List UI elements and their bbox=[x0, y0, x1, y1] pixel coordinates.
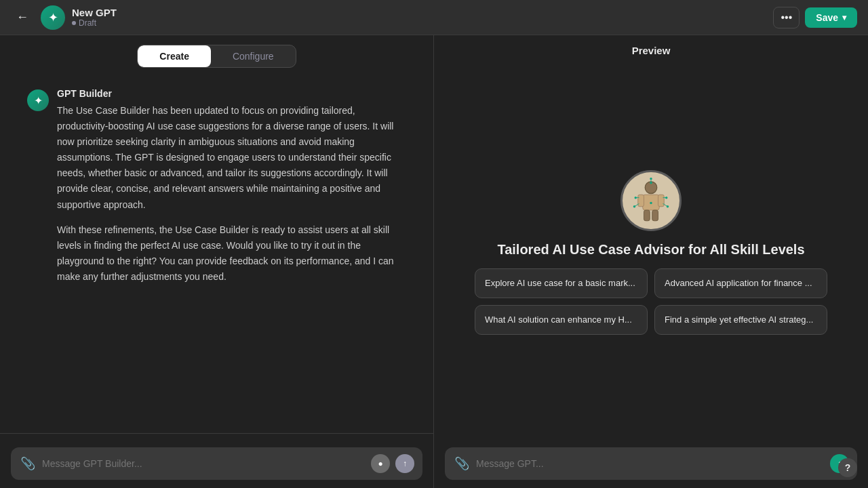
voice-button[interactable]: ● bbox=[371, 454, 390, 473]
left-send-button[interactable]: ↑ bbox=[395, 454, 414, 473]
suggestion-button-2[interactable]: What AI solution can enhance my H... bbox=[475, 305, 648, 335]
message-content: GPT Builder The Use Case Builder has bee… bbox=[57, 88, 406, 285]
main-content: Create Configure ✦ GPT Builder The Use C… bbox=[0, 35, 868, 488]
suggestion-grid: Explore AI use case for a basic mark... … bbox=[461, 268, 841, 335]
svg-rect-3 bbox=[658, 195, 665, 207]
draft-label: Draft bbox=[79, 18, 96, 28]
top-bar: ← ✦ New GPT Draft ••• Save ▾ bbox=[0, 0, 868, 35]
preview-input-container: 📎 ↑ bbox=[445, 447, 857, 480]
gpt-avatar-icon: ✦ bbox=[34, 94, 43, 107]
svg-rect-5 bbox=[652, 210, 658, 221]
tab-configure[interactable]: Configure bbox=[211, 45, 296, 67]
gpt-builder-avatar: ✦ bbox=[27, 89, 49, 111]
suggestion-button-3[interactable]: Find a simple yet effective AI strateg..… bbox=[654, 305, 827, 335]
divider bbox=[0, 433, 433, 434]
left-message-input[interactable] bbox=[42, 458, 366, 469]
left-panel: Create Configure ✦ GPT Builder The Use C… bbox=[0, 35, 434, 488]
left-attach-icon: 📎 bbox=[20, 457, 35, 470]
avatar: ✦ bbox=[41, 5, 65, 30]
save-button[interactable]: Save ▾ bbox=[805, 7, 857, 28]
preview-message-input[interactable] bbox=[476, 458, 825, 469]
avatar-icon: ✦ bbox=[48, 10, 58, 25]
preview-header: Preview bbox=[434, 35, 868, 66]
suggestion-button-0[interactable]: Explore AI use case for a basic mark... bbox=[475, 268, 648, 298]
top-bar-right: ••• Save ▾ bbox=[773, 7, 857, 28]
left-input-row: 📎 ● ↑ bbox=[0, 439, 433, 488]
gpt-subtitle: Draft bbox=[72, 18, 117, 28]
draft-dot bbox=[72, 21, 76, 25]
tab-bar: Create Configure bbox=[0, 35, 433, 77]
left-input-container: 📎 ● ↑ bbox=[11, 447, 422, 480]
right-panel: Preview bbox=[434, 35, 868, 488]
preview-gpt-title: Tailored AI Use Case Advisor for All Ski… bbox=[497, 242, 804, 258]
svg-rect-2 bbox=[638, 195, 644, 207]
avatar-illustration bbox=[627, 177, 675, 224]
preview-avatar bbox=[620, 170, 682, 231]
save-label: Save bbox=[816, 12, 838, 23]
svg-point-15 bbox=[650, 182, 652, 184]
svg-point-10 bbox=[650, 202, 652, 205]
gpt-title-group: New GPT Draft bbox=[72, 7, 117, 28]
voice-icon: ● bbox=[378, 459, 382, 468]
left-attach-button[interactable]: 📎 bbox=[19, 455, 37, 472]
back-button[interactable]: ← bbox=[11, 7, 34, 27]
svg-point-17 bbox=[650, 178, 652, 180]
tab-group: Create Configure bbox=[137, 45, 296, 68]
tab-create[interactable]: Create bbox=[138, 45, 211, 67]
preview-attach-button[interactable]: 📎 bbox=[453, 455, 471, 472]
message-paragraph-1: The Use Case Builder has been updated to… bbox=[57, 103, 406, 213]
message-paragraph-2: With these refinements, the Use Case Bui… bbox=[57, 222, 406, 285]
message-text: The Use Case Builder has been updated to… bbox=[57, 103, 406, 285]
left-send-icon: ↑ bbox=[403, 459, 407, 468]
suggestion-button-1[interactable]: Advanced AI application for finance ... bbox=[654, 268, 827, 298]
save-chevron: ▾ bbox=[842, 13, 846, 22]
svg-rect-4 bbox=[644, 210, 650, 221]
preview-content: Tailored AI Use Case Advisor for All Ski… bbox=[434, 66, 868, 439]
message-row: ✦ GPT Builder The Use Case Builder has b… bbox=[27, 88, 406, 285]
top-bar-left: ← ✦ New GPT Draft bbox=[11, 5, 117, 30]
help-button[interactable]: ? bbox=[838, 458, 857, 477]
preview-input-row: 📎 ↑ bbox=[434, 439, 868, 488]
message-sender: GPT Builder bbox=[57, 88, 406, 99]
chat-area: ✦ GPT Builder The Use Case Builder has b… bbox=[0, 77, 433, 433]
more-button[interactable]: ••• bbox=[773, 7, 800, 28]
gpt-title: New GPT bbox=[72, 7, 117, 18]
preview-attach-icon: 📎 bbox=[454, 457, 469, 470]
